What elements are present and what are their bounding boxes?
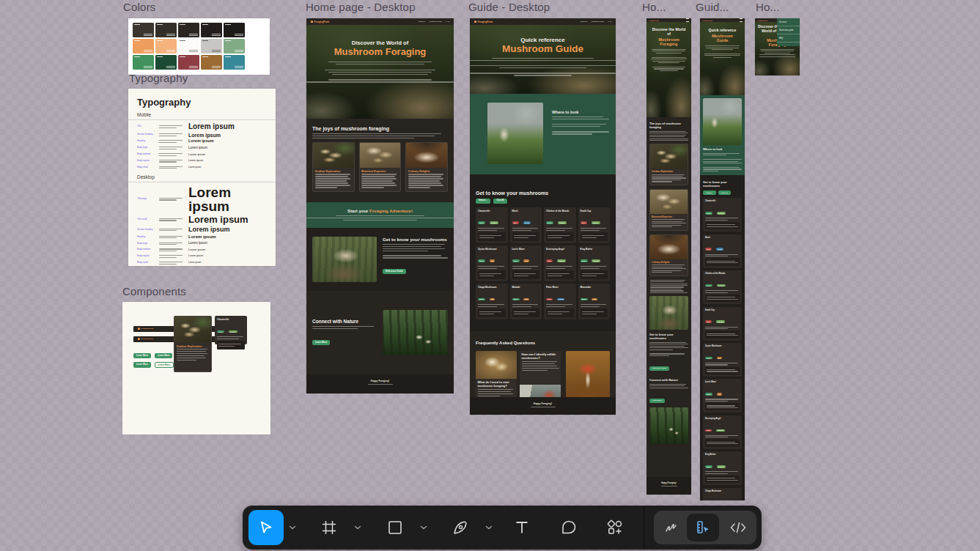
frame-label-home-desktop[interactable]: Home page - Desktop	[306, 1, 416, 13]
frame-tool[interactable]	[318, 506, 340, 550]
learn-more-button[interactable]: Learn More	[649, 399, 665, 403]
color-swatch[interactable]	[224, 23, 245, 37]
where-section[interactable]: Where to look	[470, 94, 616, 174]
type-style-row[interactable]: Body small Lorem ipsum	[128, 165, 276, 169]
guide-nav[interactable]: ForagingFinds DiscoverMushroom guideFAQ	[470, 18, 616, 25]
season-filter-button[interactable]: Season ⌄	[703, 191, 716, 195]
mushroom-card[interactable]: Lion's Mane Edible Fall	[510, 245, 542, 281]
color-swatch[interactable]	[133, 23, 154, 37]
site-logo[interactable]: ForagingFinds	[702, 20, 712, 21]
color-swatch[interactable]	[201, 23, 222, 37]
frame-label-home-mobile[interactable]: Ho...	[642, 1, 666, 13]
text-tool[interactable]	[511, 506, 533, 550]
clear-all-button[interactable]: Clear All	[718, 191, 731, 195]
know-section[interactable]: Get to know your mushrooms Reference Gui…	[306, 228, 454, 291]
frame-label-guide-mobile[interactable]: Guid...	[696, 1, 729, 13]
nav-link[interactable]: Discover	[419, 21, 425, 23]
figma-toolbar[interactable]	[243, 506, 762, 550]
menu-item[interactable]: Discover	[777, 18, 800, 26]
mobile-hero[interactable]: Discover the World of Mushroom Foraging	[646, 22, 691, 117]
nav-link[interactable]: FAQ	[608, 21, 611, 23]
mushroom-card[interactable]: Oyster Mushroom Edible Fall	[476, 245, 508, 281]
mushroom-card[interactable]: Chaga Mushroom Edible Fall	[703, 488, 742, 500]
color-swatch[interactable]	[155, 55, 177, 70]
clear-all-button[interactable]: Clear All	[493, 199, 506, 204]
mushroom-card[interactable]: King Bolete Edible Summer	[703, 451, 742, 485]
mushroom-card[interactable]: Death Cap Toxic Summer	[703, 307, 742, 341]
card-component[interactable]: Outdoor Exploration	[174, 316, 212, 372]
home-desktop-frame[interactable]: ForagingFinds DiscoverMushroom guideFAQ …	[306, 18, 454, 393]
reference-guide-button[interactable]: Reference Guide	[649, 366, 669, 371]
joys-card[interactable]: Botanical Expertise	[359, 142, 402, 192]
button-component[interactable]: Learn More	[133, 362, 151, 368]
color-swatch[interactable]	[133, 39, 154, 53]
type-style-row[interactable]: Section heading Lorem ipsum	[128, 133, 276, 138]
color-swatch[interactable]	[224, 39, 245, 53]
type-style-row[interactable]: Title small Lorem ipsum	[128, 215, 276, 224]
season-filter-button[interactable]: Season ⌄	[476, 199, 490, 204]
code-tool[interactable]	[724, 511, 752, 544]
pen-tool[interactable]	[449, 506, 471, 550]
type-style-row[interactable]: Title Lorem ipsum	[128, 123, 276, 130]
type-style-row[interactable]: Body medium Lorem ipsum	[128, 248, 276, 252]
mushroom-card[interactable]: Morel Toxic Spring	[510, 207, 542, 243]
pen-tool-chevron[interactable]	[485, 506, 493, 550]
dev-mode-tool[interactable]	[687, 514, 719, 541]
guide-know-section[interactable]: Get to know your mushrooms Season ⌄ Clea…	[470, 174, 616, 331]
joys-card[interactable]: Culinary Delights	[405, 142, 448, 192]
menu-item[interactable]: Mushroom guide	[777, 26, 800, 34]
connect-section[interactable]: Connect with Nature Learn More	[306, 291, 454, 355]
button-component[interactable]: Learn More	[133, 353, 151, 358]
components-frame[interactable]: ForagingFinds ForagingFinds Learn MoreLe…	[122, 302, 270, 434]
color-swatch[interactable]	[178, 39, 199, 53]
badge-component[interactable]	[163, 319, 171, 323]
nav-link[interactable]: Discover	[581, 21, 587, 23]
comment-tool[interactable]	[558, 506, 580, 550]
color-swatch[interactable]	[201, 39, 222, 53]
shape-tool-chevron[interactable]	[420, 506, 427, 550]
button-component[interactable]: Learn More	[155, 353, 172, 358]
mobile-dropdown-menu[interactable]: DiscoverMushroom guideFAQ	[777, 18, 800, 46]
mushroom-card[interactable]: Chicken of the Woods Edible Summer	[544, 207, 576, 243]
color-swatch[interactable]	[178, 23, 199, 37]
mushroom-card[interactable]: Chanterelle Edible Summer	[476, 207, 508, 243]
actions-tool[interactable]	[603, 506, 627, 550]
mushroom-card[interactable]: Morel Toxic Spring	[703, 234, 742, 268]
type-style-row[interactable]: Body large Lorem ipsum	[128, 241, 276, 245]
color-swatch[interactable]	[224, 55, 245, 70]
type-style-row[interactable]: Body small Lorem ipsum	[128, 261, 276, 265]
badge-component[interactable]	[153, 319, 161, 323]
mini-card-component[interactable]: Chanterelle Edible Summer	[215, 316, 247, 344]
type-style-row[interactable]: Body regular Lorem ipsum	[128, 159, 276, 163]
joys-card[interactable]: Culinary Delights	[649, 234, 688, 276]
nav-link[interactable]: Mushroom guide	[591, 21, 604, 23]
home-mobile-frame[interactable]: ForagingFinds Discover the World of Mush…	[646, 18, 691, 495]
menu-item[interactable]: FAQ	[777, 34, 800, 42]
home-mobile-menu-frame[interactable]: ForagingFinds Discover the World of Mush…	[755, 18, 800, 75]
home-hero[interactable]: Discover the World of Mushroom Foraging	[306, 25, 454, 119]
mushroom-card[interactable]: Chanterelle Edible Summer	[703, 198, 742, 232]
type-style-row[interactable]: Body regular Lorem ipsum	[128, 254, 276, 259]
mushroom-card[interactable]: Destroying Angel Toxic Summer	[544, 245, 576, 281]
mushroom-card[interactable]: King Bolete Edible Summer	[578, 245, 611, 281]
move-tool[interactable]	[248, 510, 284, 545]
site-logo[interactable]: ForagingFinds	[474, 21, 493, 23]
mushroom-card[interactable]: Chaga Mushroom Edible Fall	[476, 284, 508, 319]
mushroom-card[interactable]: Maitake Edible Fall	[510, 284, 542, 319]
site-logo[interactable]: ForagingFinds	[649, 20, 659, 21]
guide-mobile-frame[interactable]: ForagingFinds Quick reference Mushroom G…	[700, 18, 745, 500]
where-section-mobile[interactable]: Where to look	[700, 95, 745, 175]
mushroom-card[interactable]: Destroying Angel Toxic Summer	[703, 415, 742, 449]
guide-desktop-frame[interactable]: ForagingFinds DiscoverMushroom guideFAQ …	[470, 18, 616, 415]
reference-guide-button[interactable]: Reference Guide	[383, 269, 406, 274]
frame-label-home-mobile-menu[interactable]: Ho...	[756, 1, 780, 13]
nav-link[interactable]: Mushroom guide	[429, 21, 442, 23]
home-nav[interactable]: ForagingFinds DiscoverMushroom guideFAQ	[306, 18, 454, 25]
joys-section-mobile[interactable]: The joys of mushroom foraging Outdoor Ex…	[646, 117, 691, 444]
type-style-row[interactable]: Body large Lorem ipsum	[128, 146, 276, 150]
site-logo[interactable]: ForagingFinds	[311, 21, 329, 23]
mushroom-card[interactable]: Oyster Mushroom Edible Fall	[703, 343, 742, 377]
mushroom-card[interactable]: Chicken of the Woods Edible Summer	[703, 270, 742, 304]
mushroom-card[interactable]: Lion's Mane Edible Fall	[703, 379, 742, 413]
colors-frame[interactable]	[128, 18, 270, 75]
